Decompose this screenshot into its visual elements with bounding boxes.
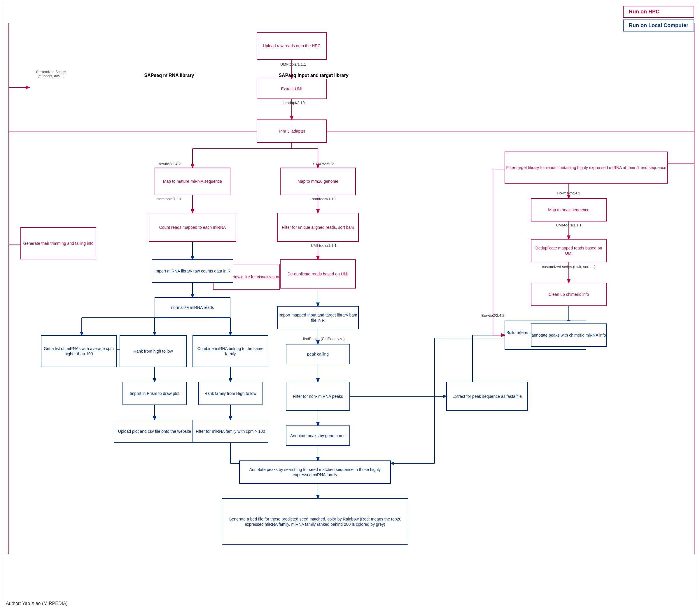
node-import-prism: Import in Prism to draw plot bbox=[122, 382, 187, 405]
node-filter-family: Filter for miRNA family with cpm > 100 bbox=[192, 420, 268, 443]
node-filter-nonmirna: Filter for non- miRNA peaks bbox=[286, 382, 350, 411]
node-annotate-seed: Annotate peaks by searching for seed mat… bbox=[239, 460, 391, 484]
label-bowtie2-3: Bowtie2/2.4.2 bbox=[482, 313, 504, 318]
label-findpeaks: findPeaks (CLIPanalyze) bbox=[303, 337, 345, 341]
node-map-mm10: Map to mm10 genome bbox=[280, 168, 356, 195]
node-upload-plot: Upload plot and csv file onto the websit… bbox=[114, 420, 196, 443]
label-samtools-1: samtools/1.10 bbox=[158, 197, 181, 201]
label-star: STAR/2.5.2a bbox=[313, 162, 334, 166]
node-annotate-gene: Annotate peaks by gene name bbox=[286, 426, 350, 446]
node-filter-target: Filter target library for reads containi… bbox=[504, 152, 668, 184]
node-get-mirna-list: Get a list of miRNAs with average cpm hi… bbox=[41, 335, 117, 367]
legend-local: Run on Local Computer bbox=[623, 19, 694, 31]
author-label: Author: Yao Xiao (MIRPEDIA) bbox=[6, 601, 68, 606]
legend: Run on HPC Run on Local Computer bbox=[623, 6, 694, 31]
node-map-mature: Map to mature miRNA sequence bbox=[154, 168, 230, 195]
label-samtools-2: samtools/1.10 bbox=[312, 197, 336, 201]
node-map-peak: Map to peak sequence bbox=[531, 198, 607, 222]
node-filter-unique: Filter for unique aligned reads, sort ba… bbox=[277, 213, 359, 242]
section-sapseq-mirna: SAPseq miRNA library bbox=[140, 73, 198, 78]
node-rank-high-low: Rank from high to low bbox=[120, 335, 187, 367]
node-dedup-mapped: Deduplicate mapped reads based on UMI bbox=[531, 239, 607, 262]
label-custom-scripts2: customized scrips (awk, sort …) bbox=[542, 265, 596, 269]
node-clean-chimeric: Clean up chimeric info bbox=[531, 283, 607, 306]
label-bowtie2-1: Bowtie2/2.4.2 bbox=[158, 162, 181, 166]
diagram-container: Run on HPC Run on Local Computer bbox=[0, 0, 700, 612]
node-extract-peak: Extract for peak sequence as fasta file bbox=[446, 382, 528, 411]
node-trim-adapter: Trim 3' adapter bbox=[257, 120, 327, 143]
node-import-mirna: Import miRNA library raw counts data in … bbox=[152, 259, 233, 283]
node-normalize: normalize miRNA reads bbox=[154, 297, 230, 318]
node-combine-family: Combine miRNA belong to the same family bbox=[192, 335, 268, 367]
label-umi-tools-3: UMI-tools/1.1.1 bbox=[556, 223, 582, 227]
node-count-reads: Count reads mapped to each miRNA bbox=[149, 213, 236, 242]
node-rank-family: Rank family from High to low bbox=[198, 382, 262, 405]
node-extract-umi: Extract UMI bbox=[257, 79, 327, 99]
node-import-bam: Import mapped Input and target library b… bbox=[277, 306, 359, 329]
section-sapseq-input: SAPseq Input and target library bbox=[277, 73, 350, 78]
node-peak-calling: peak calling bbox=[286, 344, 350, 364]
label-custom-scripts: Customized Scripts (cutadapt, awk...) bbox=[29, 70, 73, 78]
label-umi-tools-2: UMI-tools/1.1.1 bbox=[311, 244, 337, 248]
label-cutadapt: cutadapt/2.10 bbox=[282, 100, 305, 105]
label-umi-tools-1: UMI-tools/1.1.1 bbox=[280, 62, 306, 67]
node-dedup-umi: De-duplicate reads based on UMI bbox=[280, 259, 356, 289]
label-bowtie2-2: Bowtie2/2.4.2 bbox=[557, 191, 580, 195]
node-annotate-chimeric: annotate peaks with chimeric miRNA info bbox=[531, 323, 607, 347]
legend-hpc: Run on HPC bbox=[623, 6, 694, 18]
node-upload-raw: Upload raw reads onto the HPC bbox=[257, 32, 327, 60]
node-bed-file: Generate a bed file for those predicted … bbox=[222, 498, 408, 545]
node-generate-trimming: Generate their trimming and tailing info bbox=[21, 227, 96, 259]
